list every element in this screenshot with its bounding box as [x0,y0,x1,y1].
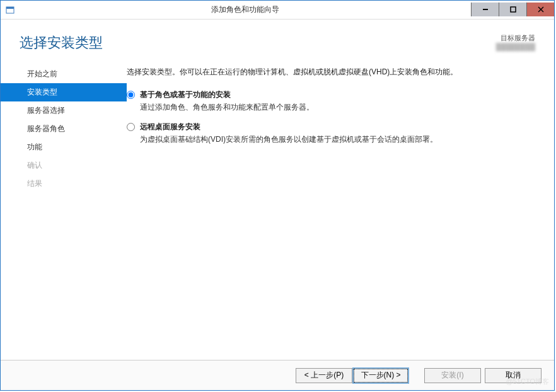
wizard-window: 添加角色和功能向导 选择安装类型 目标服务器 ████████ 开始之前 安装类… [0,0,555,391]
option-desc: 为虚拟桌面基础结构(VDI)安装所需的角色服务以创建基于虚拟机或基于会话的桌面部… [140,134,536,145]
option-body: 基于角色或基于功能的安装 通过添加角色、角色服务和功能来配置单个服务器。 [140,89,536,113]
app-icon [1,1,20,20]
sidebar-item-server-select[interactable]: 服务器选择 [1,101,127,120]
close-button[interactable] [526,3,554,16]
sidebar-item-before[interactable]: 开始之前 [1,65,127,83]
instruction-text: 选择安装类型。你可以在正在运行的物理计算机、虚拟机或脱机虚拟硬盘(VHD)上安装… [127,66,536,78]
target-server-block: 目标服务器 ████████ [496,33,535,50]
prev-button[interactable]: < 上一步(P) [296,368,352,383]
sidebar-item-features[interactable]: 功能 [1,138,127,156]
cancel-button[interactable]: 取消 [485,368,542,383]
radio-role-based[interactable] [127,91,135,99]
footer: < 上一步(P) 下一步(N) > 安装(I) 取消 [1,360,554,390]
sidebar-item-install-type[interactable]: 安装类型 [1,83,127,101]
option-desc: 通过添加角色、角色服务和功能来配置单个服务器。 [140,101,536,113]
option-body: 远程桌面服务安装 为虚拟桌面基础结构(VDI)安装所需的角色服务以创建基于虚拟机… [140,122,536,145]
body: 开始之前 安装类型 服务器选择 服务器角色 功能 确认 结果 选择安装类型。你可… [1,59,554,336]
target-server-label: 目标服务器 [496,33,535,43]
option-title: 基于角色或基于功能的安装 [140,89,536,100]
page-title: 选择安装类型 [20,33,103,52]
svg-rect-3 [511,7,516,12]
window-controls [471,3,554,17]
sidebar-item-result: 结果 [1,175,127,193]
option-rds[interactable]: 远程桌面服务安装 为虚拟桌面基础结构(VDI)安装所需的角色服务以创建基于虚拟机… [127,122,536,145]
target-server-name: ████████ [496,43,535,50]
window-title: 添加角色和功能向导 [20,4,471,15]
main-panel: 选择安装类型。你可以在正在运行的物理计算机、虚拟机或脱机虚拟硬盘(VHD)上安装… [127,59,554,336]
sidebar-item-server-roles[interactable]: 服务器角色 [1,120,127,138]
option-role-based[interactable]: 基于角色或基于功能的安装 通过添加角色、角色服务和功能来配置单个服务器。 [127,89,536,113]
sidebar: 开始之前 安装类型 服务器选择 服务器角色 功能 确认 结果 [1,59,127,336]
header: 选择安装类型 目标服务器 ████████ [1,20,554,59]
maximize-button[interactable] [499,3,526,16]
install-button: 安装(I) [424,368,481,383]
option-title: 远程桌面服务安装 [140,122,536,132]
next-button[interactable]: 下一步(N) > [352,367,409,384]
minimize-button[interactable] [471,3,499,16]
radio-rds[interactable] [127,123,135,131]
svg-rect-1 [6,7,14,9]
titlebar: 添加角色和功能向导 [1,1,554,20]
sidebar-item-confirm: 确认 [1,156,127,175]
